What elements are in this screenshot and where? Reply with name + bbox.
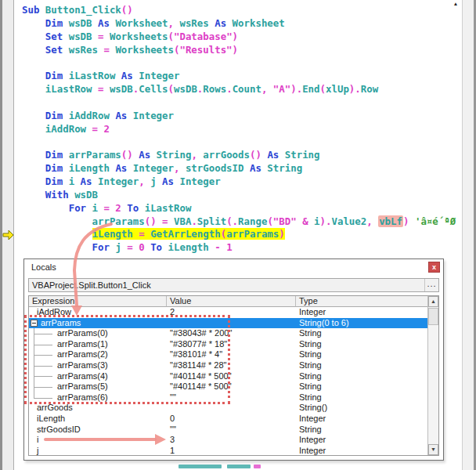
- scrollbar-thumb[interactable]: [428, 308, 438, 325]
- locals-row-iAddRow[interactable]: iAddRow2Integer: [29, 307, 427, 318]
- type-cell: String: [296, 392, 427, 403]
- tree-branch: [34, 366, 52, 367]
- editor-scrollbar[interactable]: [462, 0, 474, 470]
- code-line: For i = 2 To iLastRow: [22, 202, 461, 215]
- type-cell: String(): [296, 403, 427, 414]
- collapse-icon[interactable]: [31, 320, 38, 327]
- code-line: arrParams() = VBA.Split(.Range("BD" & i)…: [22, 215, 461, 229]
- code-line: [22, 96, 461, 110]
- context-more-button[interactable]: ...: [424, 279, 438, 291]
- clipped-code-fragment: [178, 465, 222, 468]
- locals-row-arrGoods[interactable]: arrGoodsString(): [29, 403, 427, 414]
- type-cell: String: [296, 339, 427, 350]
- code-line: Sub Button1_Click(): [22, 4, 461, 17]
- type-cell: String: [296, 349, 427, 360]
- code-line: Set wsRes = Worksheets("Results"): [22, 44, 461, 57]
- value-cell: 3: [167, 435, 296, 446]
- code-line: iLength = GetArrLength(arrParams): [22, 228, 461, 241]
- context-procedure-label: VBAProject.Split.Button1_Click: [29, 280, 151, 290]
- expression-label: arrParams(3): [57, 360, 108, 370]
- expression-label: arrParams: [41, 318, 81, 327]
- locals-row-arrParams3[interactable]: arrParams(3)"#38114# * 28"String: [29, 360, 427, 371]
- locals-grid: Expression Value Type iAddRow2Integerarr…: [28, 295, 439, 456]
- type-cell: String: [296, 381, 427, 392]
- scroll-down-button[interactable]: ▼: [428, 444, 438, 455]
- locals-row-arrParams1[interactable]: arrParams(1)"#38077# * 18"String: [29, 339, 427, 350]
- type-cell: String: [296, 371, 427, 382]
- code-editor[interactable]: Sub Button1_Click() Dim wsDB As Workshee…: [15, 4, 461, 255]
- vblf-highlight-token: vbLf: [378, 215, 403, 227]
- value-cell: "#40114# * 500": [167, 371, 296, 382]
- code-line: Dim iLength As Integer, strGoodsID As St…: [22, 162, 461, 175]
- value-cell: "#38077# * 18": [167, 339, 296, 350]
- type-cell: String: [296, 360, 427, 371]
- value-cell: "#38101# * 4": [167, 349, 296, 360]
- tree-branch: [34, 387, 52, 388]
- close-button[interactable]: x: [428, 262, 440, 273]
- code-line: With wsDB: [22, 189, 461, 202]
- locals-row-arrParams4[interactable]: arrParams(4)"#40114# * 500"String: [29, 371, 427, 382]
- value-cell: "#38114# * 28": [167, 360, 296, 371]
- column-header-expression[interactable]: Expression: [29, 296, 167, 307]
- column-header-value[interactable]: Value: [167, 296, 296, 307]
- type-cell: Integer: [296, 414, 427, 425]
- close-icon: x: [432, 263, 436, 271]
- expression-label: arrParams(5): [57, 381, 108, 391]
- tree-branch: [34, 355, 52, 356]
- code-line: Dim iAddRow As Integer: [22, 110, 461, 123]
- expression-label: iLength: [29, 414, 167, 425]
- locals-window: Locals x VBAProject.Split.Button1_Click …: [23, 258, 444, 461]
- type-cell: String: [296, 425, 427, 436]
- locals-titlebar[interactable]: Locals x: [24, 259, 443, 277]
- type-cell: String: [296, 328, 427, 339]
- expression-label: strGoodsID: [29, 425, 167, 436]
- value-cell: "#40114# * 500": [167, 381, 296, 392]
- locals-row-arrParams5[interactable]: arrParams(5)"#40114# * 500"String: [29, 381, 427, 392]
- locals-scrollbar[interactable]: ▲ ▼: [427, 296, 438, 455]
- value-cell: "": [167, 392, 296, 403]
- expression-label: j: [29, 446, 167, 455]
- locals-row-arrParams0[interactable]: arrParams(0)"#38043# * 200"String: [29, 328, 427, 339]
- code-line: For j = 0 To iLength - 1: [22, 241, 461, 255]
- value-cell: "#38043# * 200": [167, 328, 296, 339]
- scroll-up-icon: ▲: [431, 298, 436, 304]
- expression-label: arrParams(6): [57, 392, 108, 402]
- code-line: Dim wsDB As Worksheet, wsRes As Workshee…: [22, 17, 461, 31]
- vba-editor-window: Sub Button1_Click() Dim wsDB As Workshee…: [0, 0, 476, 470]
- type-cell: Integer: [296, 446, 427, 455]
- expression-label: arrParams(0): [57, 328, 108, 338]
- value-cell: 2: [167, 307, 296, 318]
- scroll-up-icon[interactable]: ▲: [449, 0, 462, 5]
- locals-row-i[interactable]: i3Integer: [29, 435, 427, 446]
- locals-rows: iAddRow2IntegerarrParamsString(0 to 6)ar…: [29, 307, 427, 455]
- code-line: iAddRow = 2: [22, 123, 461, 136]
- expression-label: arrParams(4): [57, 371, 108, 381]
- execution-line-highlight: iLength = GetArrLength(arrParams): [92, 228, 285, 240]
- scroll-down-icon: ▼: [431, 446, 436, 452]
- scroll-up-button[interactable]: ▲: [428, 296, 438, 307]
- clipped-code-fragment: [227, 465, 251, 468]
- code-line: Dim arrParams() As String, arrGoods() As…: [22, 149, 461, 162]
- locals-row-iLength[interactable]: iLength0Integer: [29, 414, 427, 425]
- locals-row-strGoodsID[interactable]: strGoodsID""String: [29, 425, 427, 436]
- code-line: Dim i As Integer, j As Integer: [22, 175, 461, 189]
- expression-label: arrParams(2): [57, 349, 108, 359]
- locals-row-arrParams[interactable]: arrParamsString(0 to 6): [29, 318, 427, 329]
- column-header-type[interactable]: Type: [296, 296, 438, 307]
- tree-line: [34, 392, 34, 398]
- code-line: [22, 136, 461, 149]
- value-cell: 1: [167, 446, 296, 455]
- code-lines: Sub Button1_Click() Dim wsDB As Workshee…: [22, 4, 461, 255]
- context-dropdown[interactable]: VBAProject.Split.Button1_Click ...: [28, 278, 439, 292]
- execution-point-arrow-icon: [2, 230, 14, 240]
- code-line: Dim iLastRow As Integer: [22, 70, 461, 83]
- type-cell: String(0 to 6): [296, 318, 427, 329]
- locals-row-arrParams2[interactable]: arrParams(2)"#38101# * 4"String: [29, 349, 427, 360]
- locals-title: Locals: [31, 262, 56, 272]
- locals-row-j[interactable]: j1Integer: [29, 446, 427, 455]
- locals-row-arrParams6[interactable]: arrParams(6)""String: [29, 392, 427, 403]
- value-cell: "": [167, 425, 296, 436]
- value-cell: 0: [167, 414, 296, 425]
- value-cell: [167, 318, 296, 329]
- tree-branch: [34, 398, 52, 399]
